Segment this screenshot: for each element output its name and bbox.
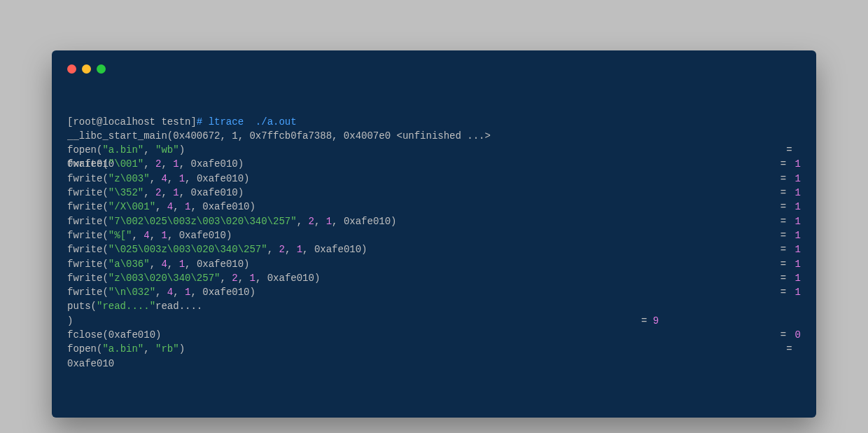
output-line: 0xafe010 — [67, 357, 801, 371]
output-line: fwrite("/X\001", 4, 1, 0xafe010)= 1 — [67, 200, 801, 214]
output-line: fwrite("z\003\020\340\257", 2, 1, 0xafe0… — [67, 271, 801, 285]
prompt-userhost: [root@localhost testn] — [67, 116, 197, 128]
prompt-command: ltrace ./a.out — [209, 116, 297, 128]
output-line: fwrite("\352", 2, 1, 0xafe010)= 1 — [67, 186, 801, 200]
output-line: 0xafe010fwrite("\001", 2, 1, 0xafe010)= … — [67, 157, 801, 171]
output-line: fwrite("a\036", 4, 1, 0xafe010)= 1 — [67, 257, 801, 271]
window-titlebar — [67, 64, 801, 74]
output-line: fwrite("%[", 4, 1, 0xafe010)= 1 — [67, 228, 801, 242]
output-line: fwrite("\025\003z\003\020\340\257", 2, 1… — [67, 242, 801, 256]
prompt-line: [root@localhost testn]# ltrace ./a.out — [67, 115, 801, 129]
output-line: fopen("a.bin", "rb")= — [67, 342, 801, 356]
output-line: fwrite("\n\032", 4, 1, 0xafe010)= 1 — [67, 285, 801, 299]
output-line: fopen("a.bin", "wb")= — [67, 143, 801, 157]
terminal-window: [root@localhost testn]# ltrace ./a.out__… — [52, 50, 816, 418]
minimize-icon[interactable] — [82, 64, 91, 74]
output-line: fclose(0xafe010)= 0 — [67, 328, 801, 342]
output-line: )= 9 — [67, 314, 801, 328]
output-line: __libc_start_main(0x400672, 1, 0x7ffcb0f… — [67, 129, 801, 143]
output-line: puts("read...."read.... — [67, 299, 801, 313]
output-line: fwrite("z\003", 4, 1, 0xafe010)= 1 — [67, 172, 801, 186]
terminal-output[interactable]: [root@localhost testn]# ltrace ./a.out__… — [67, 86, 801, 399]
maximize-icon[interactable] — [97, 64, 106, 74]
output-line: fwrite("7\002\025\003z\003\020\340\257",… — [67, 214, 801, 228]
close-icon[interactable] — [67, 64, 76, 74]
prompt-hash: # — [197, 116, 202, 128]
